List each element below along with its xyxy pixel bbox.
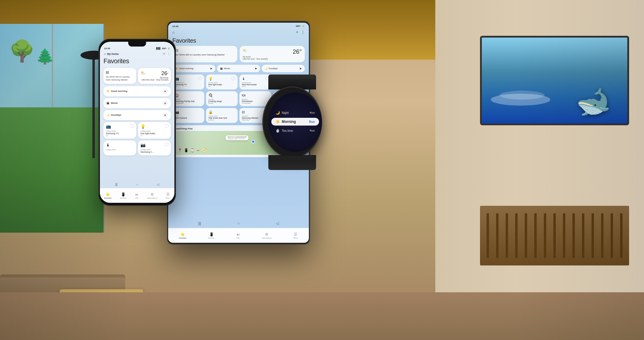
watch-night-icon: 🌙 xyxy=(275,111,280,115)
tablet-add-button[interactable]: + xyxy=(296,30,298,34)
tablet-fav-label: Favorites xyxy=(179,237,187,239)
tablet-cooking-range[interactable]: 🍳 Kitchen Cooking range Ready xyxy=(206,91,238,106)
tablet-dev-label: Devices xyxy=(208,237,214,239)
phone-device-card-4[interactable]: 📷 Living room Samsung C... xyxy=(138,140,171,155)
phone-goodbye-btn[interactable]: 🌙 Goodbye ▶ xyxy=(103,110,171,120)
tablet-washer-text: 1hr 30min left on Laundry room Samsung W… xyxy=(175,53,234,56)
tablet-more-button[interactable]: ⋮ xyxy=(301,30,305,34)
good-morning-icon: ☀️ xyxy=(106,90,109,92)
tablet-bulb-status: On xyxy=(208,86,236,87)
phone-top-cards: ⊟ 1hr 30min left on Laundry room Samsung… xyxy=(103,68,171,84)
tablet-lock-status: Locked xyxy=(208,119,236,121)
tablet-nest-cam[interactable]: 📷 Entry Nest Camera On xyxy=(172,108,204,123)
watch-teatime-row[interactable]: 🍵 Tea time Run xyxy=(271,127,319,135)
tv-screen: 🐋 xyxy=(482,38,627,123)
goodbye-label: Goodbye xyxy=(111,114,121,116)
tablet-nav-favorites[interactable]: ⭐ Favorites xyxy=(179,232,187,239)
map-watch-icon[interactable]: ⌚ xyxy=(190,148,195,152)
watch-morning-row[interactable]: ☀️ Morning Run xyxy=(271,118,319,126)
good-morning-label: Good morning xyxy=(111,90,127,92)
tablet-nav: ⭐ Favorites 📱 Devices ⏯ Life ⚙ Automatio… xyxy=(168,228,309,243)
watch-tea-icon: 🍵 xyxy=(275,129,280,133)
tablet-home-icon: ⌂ xyxy=(172,30,174,34)
tablet-menu-label: Menu xyxy=(293,237,298,239)
tablet-cr-status: Ready xyxy=(208,102,236,104)
map-locate-icon[interactable]: 📍 xyxy=(178,148,182,152)
phone-hue-bulbs-card[interactable]: 💡 Living room Hue light bulbs On xyxy=(138,122,171,139)
map-share-icon[interactable]: ↔ xyxy=(196,148,200,152)
tablet-goodbye-btn[interactable]: 🌙 Goodbye ▶ xyxy=(262,65,305,72)
phone-nav-favorites[interactable]: ⭐ Favorites xyxy=(104,192,112,199)
phone-nav: ⭐ Favorites 📱 Devices ⏯ Life ⚙ Automatio… xyxy=(100,188,174,203)
tv-status: On xyxy=(106,135,134,137)
tv-power-icon[interactable] xyxy=(130,124,134,128)
map-phone-icon[interactable]: 📱 xyxy=(184,148,188,152)
tablet-weather-card[interactable]: ⛅ 26° My homeUltra fine dust : Very Good… xyxy=(240,46,305,62)
watch-night-row[interactable]: 🌙 Night Run xyxy=(271,109,319,117)
phone-nav-automations[interactable]: ⚙ Automations xyxy=(147,192,157,199)
phone-battery: 🔋 xyxy=(168,47,170,50)
tablet-nav-life[interactable]: ⏯ Life xyxy=(236,232,240,239)
good-morning-play[interactable]: ▶ xyxy=(162,89,168,94)
tablet-nav-menu[interactable]: ☰ Menu xyxy=(293,232,298,239)
phone-living-room-card[interactable]: 🌡 Living room xyxy=(103,140,136,155)
phone-movie-btn[interactable]: 🎬 Movie ▶ xyxy=(103,98,171,108)
phone-add-button[interactable]: + xyxy=(163,52,165,55)
watch-night-run[interactable]: Run xyxy=(310,111,315,114)
tablet-morning-play[interactable]: ▶ xyxy=(210,67,212,70)
tablet-morning-label: Good morning xyxy=(179,67,193,70)
tablet-cam-name: Nest Camera xyxy=(175,117,202,119)
tablet-family-hub[interactable]: 🏠 Kitchen Samsung Family Hub Connected xyxy=(172,91,204,106)
phone-washer-card[interactable]: ⊟ 1hr 30min left on Laundry room Samsung… xyxy=(103,68,136,84)
tablet-nav-devices[interactable]: 📱 Devices xyxy=(208,232,214,239)
phone-device-row-1: 📺 Living room Samsung TV On 💡 Living roo… xyxy=(103,122,171,139)
tablet-tv-power[interactable] xyxy=(198,77,202,80)
lr-room: Living room xyxy=(106,149,134,151)
tablet-hue-bulbs[interactable]: 💡 Living room Hue light bulbs On xyxy=(206,75,238,89)
phone-weather-desc: My homeUltra fine dust : Very Good(5) xyxy=(140,77,168,81)
phone-good-morning-btn[interactable]: ☀️ Good morning ▶ xyxy=(103,86,171,96)
bulb-status: On xyxy=(140,135,168,137)
favorites-nav-label: Favorites xyxy=(104,197,112,199)
phone-samsung-tv-card[interactable]: 📺 Living room Samsung TV On xyxy=(103,122,136,139)
tablet-yale-lock[interactable]: 🔒 Living room Yale smart door lock Locke… xyxy=(206,108,238,123)
bulb-power-icon[interactable] xyxy=(165,124,168,128)
tablet-cr-name: Cooking range xyxy=(208,100,236,102)
tablet-samsung-tv[interactable]: 📺 Living room Samsung TV On xyxy=(172,75,204,89)
tablet-movie-play[interactable]: ▶ xyxy=(255,67,257,70)
phone-wifi: WiFi xyxy=(162,47,166,50)
phone-notch xyxy=(128,42,146,47)
tablet-washer-card[interactable]: ⊟ 1hr 30min left on Laundry room Samsung… xyxy=(172,46,237,62)
phone-device-row-2: 🌡 Living room 📷 Living room Samsung C... xyxy=(103,140,171,155)
tablet-scenes-row: ☀️ Good morning ▶ 🎬 Movie ▶ 🌙 Goodbye ▶ xyxy=(168,65,309,75)
tablet-nav-automations[interactable]: ⚙ Automations xyxy=(262,232,272,239)
map-compass-icon[interactable]: 🧭 xyxy=(202,148,206,152)
cam-room: Living room xyxy=(140,149,168,151)
phone-nav-life[interactable]: ⏯ Life xyxy=(135,192,139,199)
tablet-bulb-power[interactable] xyxy=(232,77,235,80)
phone-nav-devices[interactable]: 📱 Devices xyxy=(120,192,126,199)
phone-nav-menu[interactable]: ☰ Menu xyxy=(166,192,170,199)
tablet-good-morning-btn[interactable]: ☀️ Good morning ▶ xyxy=(172,65,215,72)
movie-play[interactable]: ▶ xyxy=(162,101,168,106)
room-background: 🌳 🌲 🐋 xyxy=(0,0,644,340)
phone-weather-card[interactable]: ⛅ 26° My homeUltra fine dust : Very Good… xyxy=(138,68,171,84)
phone-more-button[interactable]: ⋮ xyxy=(167,52,170,55)
movie-label: Movie xyxy=(111,102,118,104)
goodbye-play[interactable]: ▶ xyxy=(162,112,168,118)
watch-morning-run[interactable]: Run xyxy=(309,120,315,123)
watch-tea-run[interactable]: Run xyxy=(310,129,315,132)
home-gesture: ○ xyxy=(136,183,138,186)
tablet-movie-btn[interactable]: 🎬 Movie ▶ xyxy=(217,65,260,72)
watch-band-bottom xyxy=(268,155,316,170)
right-room: 🐋 xyxy=(435,0,644,340)
cam-power-icon[interactable] xyxy=(165,143,168,146)
tablet-goodbye-play[interactable]: ▶ xyxy=(300,67,302,70)
tablet-bulb-name: Hue light bulbs xyxy=(208,84,236,86)
tv-room: Living room xyxy=(106,130,134,132)
tablet-fav-icon: ⭐ xyxy=(180,232,185,237)
phone-content: Favorites ⊟ 1hr 30min left on Laundry ro… xyxy=(100,57,174,155)
cabinet xyxy=(480,206,629,265)
tablet-fh-name: Samsung Family Hub xyxy=(175,100,202,102)
tablet-home-gesture: ○ xyxy=(238,221,240,225)
